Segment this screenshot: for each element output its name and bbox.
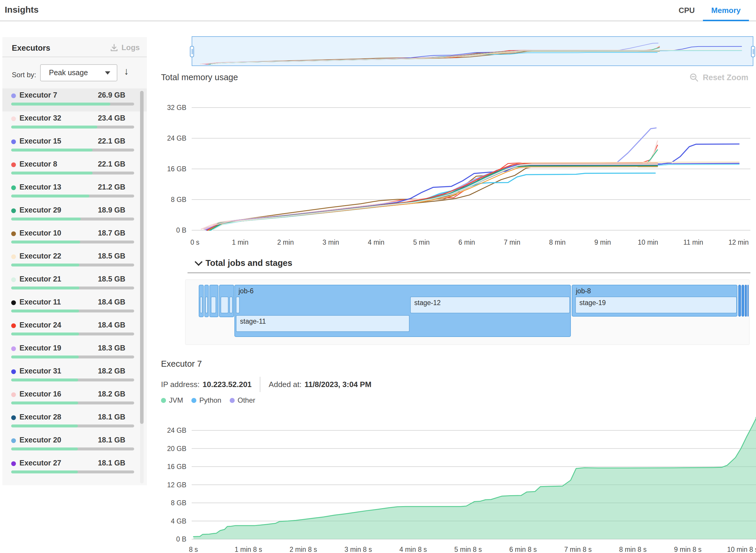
executor-list-item[interactable]: Executor 2418.4 GB (2, 318, 147, 341)
added-at-value: 11/8/2023, 3:04 PM (305, 380, 372, 389)
legend-item[interactable]: JVM (161, 396, 183, 404)
x-axis-tick-label: 9 min (594, 238, 611, 246)
executor-list-item[interactable]: Executor 1918.3 GB (2, 341, 147, 364)
y-axis-tick-label: 0 B (176, 226, 186, 234)
brush-handle-right[interactable] (751, 46, 755, 57)
executor-list-item[interactable]: Executor 726.9 GB (2, 88, 147, 111)
job-bar[interactable] (745, 285, 747, 317)
y-axis-tick-label: 8 GB (171, 196, 186, 204)
ip-address-value: 10.223.52.201 (203, 380, 251, 389)
executor-usage-fill (11, 356, 79, 359)
sidebar-scrollbar-thumb[interactable] (140, 91, 144, 424)
x-axis-tick-label: 12 min (728, 238, 749, 246)
memory-series-cyan-light[interactable] (211, 164, 739, 230)
chevron-down-icon (105, 71, 110, 75)
executor-list-item[interactable]: Executor 3223.4 GB (2, 111, 147, 135)
executor-list-item[interactable]: Executor 2018.1 GB (2, 433, 147, 456)
x-axis-tick-label: 7 min 8 s (564, 546, 592, 553)
x-axis-tick-label: 0 s (191, 238, 200, 246)
stage-bar[interactable]: stage-12 (410, 297, 570, 313)
sort-by-select[interactable]: Peak usage (40, 64, 118, 81)
legend-item[interactable]: Python (192, 396, 221, 404)
executor-list-item[interactable]: Executor 1018.7 GB (2, 226, 147, 249)
memory-series-executor-29[interactable] (210, 166, 658, 230)
y-axis-tick-label: 4 GB (171, 517, 186, 525)
memory-series-executor-22[interactable] (204, 162, 739, 230)
x-axis-tick-label: 8 min 8 s (619, 546, 647, 553)
executor-detail-title: Executor 7 (161, 359, 202, 369)
executor-color-dot (11, 140, 16, 144)
executor-peak-value: 18.5 GB (98, 252, 125, 260)
executor-usage-bar (11, 126, 134, 129)
brush-handle-grip (752, 49, 753, 54)
executor-list-item[interactable]: Executor 1118.4 GB (2, 295, 147, 318)
jobs-section-title: Total jobs and stages (206, 258, 292, 268)
executors-sidebar: Executors Logs Sort by: Peak usage ↓ Exe… (2, 37, 147, 485)
executor-list-item[interactable]: Executor 2818.1 GB (2, 410, 147, 433)
executor-usage-fill (11, 332, 79, 335)
job-bar[interactable] (742, 285, 744, 317)
stage-bar[interactable] (200, 297, 203, 313)
legend-item[interactable]: Other (230, 396, 255, 404)
y-axis-tick-label: 24 GB (167, 426, 186, 434)
executor-usage-bar (11, 332, 134, 335)
logs-button-label: Logs (122, 43, 140, 52)
executor-detail-info: IP address: 10.223.52.201 Added at: 11/8… (161, 377, 372, 392)
executor-peak-value: 26.9 GB (98, 91, 125, 99)
executor-list-item[interactable]: Executor 2718.1 GB (2, 456, 147, 479)
jobs-section-toggle[interactable]: Total jobs and stages (196, 258, 292, 268)
sort-direction-button[interactable]: ↓ (124, 65, 129, 77)
brush-handle-left[interactable] (190, 46, 194, 57)
executor-name: Executor 10 (19, 229, 61, 237)
executor-peak-value: 18.2 GB (98, 390, 125, 398)
job-bar[interactable] (747, 285, 749, 317)
executor-list-item[interactable]: Executor 2118.5 GB (2, 272, 147, 295)
executor-list-item[interactable]: Executor 1321.2 GB (2, 180, 147, 204)
executor-list-item[interactable]: Executor 1618.2 GB (2, 387, 147, 410)
stage-bar[interactable]: stage-11 (236, 315, 409, 332)
stage-bar-label: stage-19 (576, 297, 736, 307)
brush-handle-grip (192, 49, 193, 54)
x-axis-tick-label: 1 min (232, 238, 248, 246)
stage-bar[interactable] (229, 297, 233, 313)
executor-list-item[interactable]: Executor 822.1 GB (2, 157, 147, 180)
x-axis-tick-label: 2 min 8 s (290, 546, 317, 553)
executor-usage-bar (11, 470, 134, 473)
zoom-out-icon (689, 73, 699, 83)
memory-series-executor-7[interactable] (203, 128, 656, 228)
stage-bar[interactable] (211, 297, 216, 313)
executor-color-dot (11, 438, 16, 443)
executor-list-item[interactable]: Executor 3118.2 GB (2, 364, 147, 387)
job-bar-label: job-6 (235, 285, 570, 295)
executor-usage-fill (11, 172, 93, 174)
tab-memory[interactable]: Memory (703, 0, 749, 21)
tab-cpu-label: CPU (678, 6, 695, 15)
x-axis-tick-label: 5 min 8 s (454, 546, 482, 553)
executor-peak-value: 18.9 GB (98, 206, 125, 214)
executor-list-item[interactable]: Executor 2218.5 GB (2, 249, 147, 272)
executor-peak-value: 18.4 GB (98, 298, 125, 306)
executor-usage-fill (11, 310, 79, 312)
x-axis-tick-label: 9 min 8 s (674, 546, 701, 553)
x-axis-tick-label: 8 s (189, 546, 198, 553)
x-axis-tick-label: 2 min (277, 238, 294, 246)
stage-bar[interactable] (221, 297, 229, 313)
executor-list-item[interactable]: Executor 2918.9 GB (2, 204, 147, 226)
sidebar-title: Executors (12, 44, 51, 53)
executor-color-dot (11, 461, 16, 466)
executor-name: Executor 13 (19, 183, 61, 191)
executor-color-dot (11, 392, 16, 397)
executor-list-item[interactable]: Executor 1522.1 GB (2, 135, 147, 157)
stage-bar[interactable] (205, 297, 208, 313)
executor-color-dot (11, 415, 16, 420)
tab-cpu[interactable]: CPU (670, 0, 703, 21)
executor-usage-fill (11, 287, 79, 290)
stage-bar[interactable] (236, 297, 240, 313)
legend-color-dot (192, 398, 197, 403)
executor-peak-value: 18.7 GB (98, 229, 125, 237)
reset-zoom-button[interactable]: Reset Zoom (689, 73, 748, 83)
logs-button[interactable]: Logs (110, 43, 140, 52)
stage-bar[interactable]: stage-19 (575, 297, 737, 313)
job-bar[interactable] (738, 285, 741, 317)
x-axis-tick-label: 3 min (322, 238, 339, 246)
